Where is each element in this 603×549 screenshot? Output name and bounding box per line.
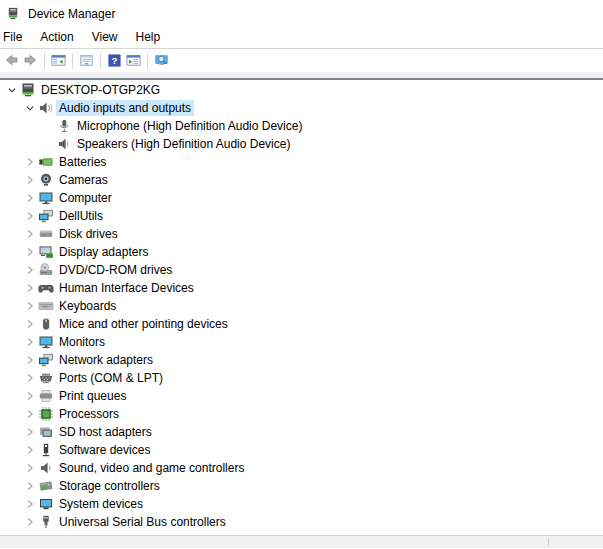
show-console-tree-button[interactable] xyxy=(50,52,68,70)
chevron-right-icon[interactable] xyxy=(22,352,38,368)
tree-item-batteries[interactable]: Batteries xyxy=(0,153,603,171)
tree-item-computer[interactable]: Computer xyxy=(0,189,603,207)
toolbar-separator xyxy=(44,53,45,69)
tree-item-system-devices[interactable]: System devices xyxy=(0,495,603,513)
window-title: Device Manager xyxy=(28,7,115,21)
tree-item-label: Audio inputs and outputs xyxy=(56,100,194,116)
tree-item-label: Monitors xyxy=(56,334,108,350)
console-tree-icon xyxy=(51,53,66,68)
tree-item-sd-host-adapters[interactable]: SD host adapters xyxy=(0,423,603,441)
tree-item-storage-controllers[interactable]: Storage controllers xyxy=(0,477,603,495)
audio-device-icon xyxy=(38,100,54,116)
usb-plug-icon xyxy=(38,514,54,530)
tree-item-label: DVD/CD-ROM drives xyxy=(56,262,175,278)
tree-item-desktop-otgp2kg[interactable]: DESKTOP-OTGP2KG xyxy=(0,81,603,99)
chevron-down-icon[interactable] xyxy=(4,82,20,98)
tree-item-cameras[interactable]: Cameras xyxy=(0,171,603,189)
help-button[interactable]: ? xyxy=(106,52,124,70)
tree-item-processors[interactable]: Processors xyxy=(0,405,603,423)
tree-item-monitors[interactable]: Monitors xyxy=(0,333,603,351)
tree-item-print-queues[interactable]: Print queues xyxy=(0,387,603,405)
tree-item-network-adapters[interactable]: Network adapters xyxy=(0,351,603,369)
tree-item-label: Universal Serial Bus controllers xyxy=(56,514,229,530)
help-icon: ? xyxy=(107,53,122,68)
back-button[interactable] xyxy=(3,52,21,70)
tree-item-mice-and-other-pointing-devices[interactable]: Mice and other pointing devices xyxy=(0,315,603,333)
tree-item-label: Batteries xyxy=(56,154,109,170)
chevron-right-icon[interactable] xyxy=(22,244,38,260)
gamepad-icon xyxy=(38,280,54,296)
chevron-right-icon[interactable] xyxy=(22,334,38,350)
scan-for-hardware-changes-button[interactable] xyxy=(153,52,171,70)
tree-item-label: DellUtils xyxy=(56,208,106,224)
tree-item-sound-video-and-game-controllers[interactable]: Sound, video and game controllers xyxy=(0,459,603,477)
computer-icon xyxy=(38,190,54,206)
tree-item-dellutils[interactable]: DellUtils xyxy=(0,207,603,225)
chevron-right-icon[interactable] xyxy=(22,496,38,512)
chevron-right-icon[interactable] xyxy=(22,406,38,422)
tree-item-label: Speakers (High Definition Audio Device) xyxy=(74,136,293,152)
tree-item-disk-drives[interactable]: Disk drives xyxy=(0,225,603,243)
display-adapter-icon xyxy=(38,244,54,260)
tree-item-audio-inputs-and-outputs[interactable]: Audio inputs and outputs xyxy=(0,99,603,117)
device-tree[interactable]: DESKTOP-OTGP2KGAudio inputs and outputsM… xyxy=(0,80,603,535)
chevron-right-icon[interactable] xyxy=(22,514,38,530)
chevron-right-icon[interactable] xyxy=(22,226,38,242)
chevron-right-icon[interactable] xyxy=(22,190,38,206)
menu-action[interactable]: Action xyxy=(31,28,82,47)
arrow-right-icon xyxy=(23,53,38,68)
tree-item-label: Software devices xyxy=(56,442,153,458)
mouse-icon xyxy=(38,316,54,332)
chevron-right-icon[interactable] xyxy=(22,154,38,170)
chevron-right-icon[interactable] xyxy=(22,370,38,386)
toolbar-band-edge xyxy=(0,72,603,80)
scan-hardware-icon xyxy=(154,53,169,68)
tree-item-universal-serial-bus-controllers[interactable]: Universal Serial Bus controllers xyxy=(0,513,603,531)
computer-system-icon xyxy=(20,82,36,98)
tree-item-label: Ports (COM & LPT) xyxy=(56,370,166,386)
toolbar: ? xyxy=(0,49,603,72)
svg-text:?: ? xyxy=(111,55,117,66)
properties-button[interactable] xyxy=(78,52,96,70)
serial-port-icon xyxy=(38,370,54,386)
tree-item-keyboards[interactable]: Keyboards xyxy=(0,297,603,315)
disk-drive-icon xyxy=(38,226,54,242)
speaker-icon xyxy=(56,136,72,152)
processor-icon xyxy=(38,406,54,422)
chevron-right-icon[interactable] xyxy=(22,262,38,278)
tree-item-display-adapters[interactable]: Display adapters xyxy=(0,243,603,261)
chevron-right-icon[interactable] xyxy=(22,172,38,188)
tree-item-software-devices[interactable]: Software devices xyxy=(0,441,603,459)
chevron-right-icon[interactable] xyxy=(22,298,38,314)
tree-item-label: Print queues xyxy=(56,388,129,404)
twisty-spacer xyxy=(40,136,56,152)
network-computer-icon xyxy=(38,208,54,224)
tree-item-dvd-cd-rom-drives[interactable]: DVD/CD-ROM drives xyxy=(0,261,603,279)
chevron-right-icon[interactable] xyxy=(22,460,38,476)
tree-item-label: Computer xyxy=(56,190,115,206)
chevron-right-icon[interactable] xyxy=(22,280,38,296)
tree-item-ports-com-lpt[interactable]: Ports (COM & LPT) xyxy=(0,369,603,387)
show-action-pane-button[interactable] xyxy=(125,52,143,70)
tree-item-label: DESKTOP-OTGP2KG xyxy=(38,82,163,98)
chevron-right-icon[interactable] xyxy=(22,316,38,332)
chevron-right-icon[interactable] xyxy=(22,478,38,494)
forward-button[interactable] xyxy=(22,52,40,70)
software-device-icon xyxy=(38,442,54,458)
battery-icon xyxy=(38,154,54,170)
action-pane-icon xyxy=(126,53,141,68)
tree-item-label: Display adapters xyxy=(56,244,151,260)
chevron-right-icon[interactable] xyxy=(22,424,38,440)
tree-item-speakers-high-definition-audio-device[interactable]: Speakers (High Definition Audio Device) xyxy=(0,135,603,153)
chevron-right-icon[interactable] xyxy=(22,208,38,224)
chevron-right-icon[interactable] xyxy=(22,388,38,404)
menu-file[interactable]: File xyxy=(0,28,31,47)
tree-item-label: Processors xyxy=(56,406,122,422)
tree-item-human-interface-devices[interactable]: Human Interface Devices xyxy=(0,279,603,297)
chevron-right-icon[interactable] xyxy=(22,442,38,458)
chevron-down-icon[interactable] xyxy=(22,100,38,116)
menu-help[interactable]: Help xyxy=(127,28,170,47)
tree-item-microphone-high-definition-audio-device[interactable]: Microphone (High Definition Audio Device… xyxy=(0,117,603,135)
menu-view[interactable]: View xyxy=(83,28,127,47)
tree-item-label: Storage controllers xyxy=(56,478,163,494)
